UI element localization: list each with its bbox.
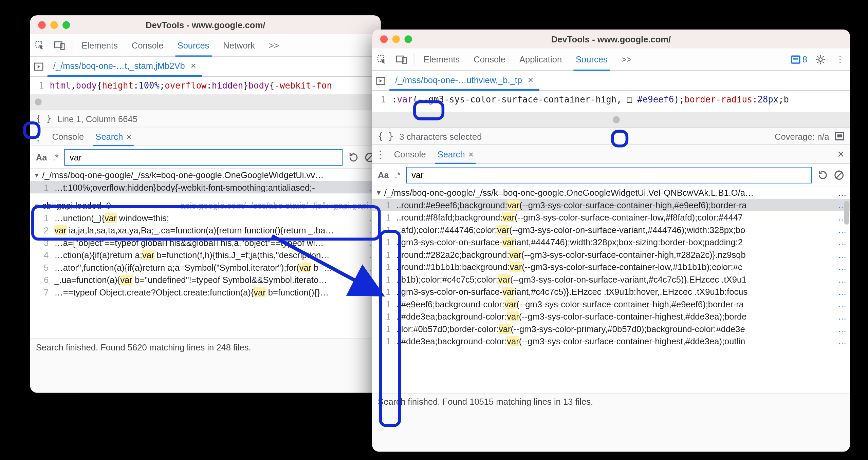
cursor-position: Line 1, Column 6645 <box>57 114 137 124</box>
show-navigator-icon[interactable] <box>372 76 389 85</box>
result-group-header[interactable]: ▼/_/mss/boq-one-google/_/ss/k=boq-one-go… <box>372 186 850 199</box>
traffic-close[interactable] <box>38 21 46 29</box>
annotation-arrow <box>266 224 393 307</box>
minimap-row <box>30 94 381 110</box>
minimap-marker-icon <box>613 116 620 123</box>
result-line[interactable]: 1…unction(_){var window=this;… <box>30 212 381 224</box>
drawer-menu-icon[interactable]: ⋮ <box>372 148 388 160</box>
tab-network[interactable]: Network <box>216 34 262 56</box>
traffic-zoom[interactable] <box>62 21 70 29</box>
code-line[interactable]: html,body{height:100%;overflow:hidden}bo… <box>48 77 381 94</box>
match-case-icon[interactable]: Aa <box>378 170 389 180</box>
file-tab[interactable]: /_/mss/boq-one-…uthview,_b,_tp × <box>389 71 539 90</box>
tabs-overflow[interactable]: >> <box>262 34 286 56</box>
match-case-icon[interactable]: Aa <box>36 152 47 162</box>
coverage-label: Coverage: n/a <box>775 131 829 141</box>
svg-rect-2 <box>61 43 64 49</box>
result-group-header[interactable]: ▼/_/mss/boq-one-google/_/ss/k=boq-one-go… <box>30 169 381 181</box>
drawer-tabs: ⋮ Console Search× × <box>372 145 850 164</box>
close-file-icon[interactable]: × <box>528 75 533 85</box>
search-input[interactable] <box>406 167 812 183</box>
line-number: 1 <box>372 91 389 112</box>
tabs-overflow[interactable]: >> <box>614 49 639 70</box>
drawer-tab-console[interactable]: Console <box>46 127 90 146</box>
tab-console[interactable]: Console <box>125 34 170 56</box>
coverage-icon[interactable] <box>835 132 844 140</box>
search-footer: Search finished. Found 10515 matching li… <box>372 393 850 409</box>
search-bar: Aa .* <box>372 164 850 186</box>
result-line[interactable]: 1..b1b);color:#c4c7c5;color:var(--gm3-sy… <box>372 273 850 286</box>
main-tabs: Elements Console Application Sources >> … <box>372 49 850 71</box>
clear-icon[interactable] <box>834 170 844 180</box>
result-line[interactable]: 1..round:#282a2c;background:var(--gm3-sy… <box>372 248 850 261</box>
close-drawer-icon[interactable]: × <box>837 148 850 161</box>
close-tab-icon[interactable]: × <box>127 132 132 142</box>
messages-icon <box>791 55 800 63</box>
traffic-minimize[interactable] <box>50 21 58 29</box>
regex-icon[interactable]: .* <box>53 152 58 162</box>
result-line[interactable]: 1..#e9eef6;background-color:var(--gm3-sy… <box>372 298 850 310</box>
drawer-tab-search[interactable]: Search× <box>432 145 479 164</box>
tab-sources[interactable]: Sources <box>569 49 615 70</box>
traffic-zoom[interactable] <box>405 35 412 43</box>
messages-badge[interactable]: 8 <box>791 54 807 64</box>
result-line[interactable]: 1..gm3-sys-color-on-surface-variant,#c4c… <box>372 285 850 298</box>
editor-status: 3 characters selected Coverage: n/a <box>372 127 850 145</box>
refresh-icon[interactable] <box>348 152 359 162</box>
search-summary: Search finished. Found 10515 matching li… <box>378 396 593 406</box>
result-line[interactable]: 1..gm3-sys-color-on-surface-variant,#444… <box>372 236 850 248</box>
result-line[interactable]: 1..round:#e9eef6;background:var(--gm3-sy… <box>372 199 850 211</box>
traffic-minimize[interactable] <box>392 35 400 43</box>
tab-elements[interactable]: Elements <box>417 49 467 70</box>
tab-console[interactable]: Console <box>467 49 513 70</box>
drawer-menu-icon[interactable]: ⋮ <box>30 130 47 143</box>
result-line[interactable]: 1..#dde3ea;background-color:var(--gm3-sy… <box>372 310 850 323</box>
result-line[interactable]: 1..round:#f8fafd;background:var(--gm3-sy… <box>372 211 850 224</box>
result-line[interactable]: 1..#dde3ea;background-color:var(--gm3-sy… <box>372 335 850 347</box>
device-toolbar-icon[interactable] <box>50 36 70 55</box>
pretty-print-icon[interactable] <box>378 131 393 141</box>
tab-application[interactable]: Application <box>513 49 569 70</box>
window-title: DevTools - www.google.com/ <box>30 20 381 30</box>
close-tab-icon[interactable]: × <box>468 149 474 159</box>
devtools-window-right: DevTools - www.google.com/ Elements Cons… <box>372 30 850 452</box>
open-file-tabs: /_/mss/boq-one-…uthview,_b,_tp × <box>372 71 850 91</box>
result-line[interactable]: 1..round:#1b1b1b;background:var(--gm3-sy… <box>372 261 850 273</box>
tab-elements[interactable]: Elements <box>75 34 125 56</box>
open-file-tabs: /_/mss/boq-one-…t,_stam,jMb2Vb × <box>30 57 381 77</box>
regex-icon[interactable]: .* <box>395 170 401 180</box>
code-line[interactable]: :var(--gm3-sys-color-surface-container-h… <box>389 91 850 112</box>
file-tab-name: /_/mss/boq-one-…t,_stam,jMb2Vb <box>53 61 185 71</box>
inspect-element-icon[interactable] <box>372 50 392 69</box>
pretty-print-icon[interactable] <box>36 113 52 124</box>
result-line[interactable]: 1..afd);color:#444746;color:var(--gm3-sy… <box>372 224 850 236</box>
window-title: DevTools - www.google.com/ <box>372 34 850 44</box>
search-footer: Search finished. Found 5620 matching lin… <box>30 339 381 355</box>
close-file-icon[interactable]: × <box>191 60 196 71</box>
tab-sources[interactable]: Sources <box>170 34 216 56</box>
device-toolbar-icon[interactable] <box>392 50 411 69</box>
traffic-close[interactable] <box>380 35 388 43</box>
main-tabs: Elements Console Sources Network >> <box>30 34 381 57</box>
search-input[interactable] <box>64 149 343 166</box>
inspect-element-icon[interactable] <box>30 36 50 55</box>
drawer-tab-console[interactable]: Console <box>388 145 432 164</box>
settings-icon[interactable] <box>811 50 830 69</box>
refresh-icon[interactable] <box>818 170 828 180</box>
result-group-header[interactable]: ▼cb=gapi.loaded_0 — apis.google.com/_/sc… <box>30 199 381 212</box>
titlebar[interactable]: DevTools - www.google.com/ <box>30 15 381 34</box>
code-editor[interactable]: 1 :var(--gm3-sys-color-surface-container… <box>372 91 850 112</box>
show-navigator-icon[interactable] <box>30 62 48 71</box>
selection-status: 3 characters selected <box>399 131 482 141</box>
result-line[interactable]: 1..lor:#0b57d0;border-color:var(--gm3-sy… <box>372 323 850 335</box>
minimap-row <box>372 112 850 127</box>
result-line[interactable]: 1…t:100%;overflow:hidden}body{-webkit-fo… <box>30 181 381 194</box>
file-tab[interactable]: /_/mss/boq-one-…t,_stam,jMb2Vb × <box>48 57 202 76</box>
drawer-tab-search[interactable]: Search× <box>90 127 137 146</box>
search-results[interactable]: ▼/_/mss/boq-one-google/_/ss/k=boq-one-go… <box>372 186 850 392</box>
scrollbar[interactable] <box>844 201 849 225</box>
line-number: 1 <box>30 77 48 94</box>
kebab-menu-icon[interactable]: ⋮ <box>830 50 850 69</box>
titlebar[interactable]: DevTools - www.google.com/ <box>372 30 850 49</box>
code-editor[interactable]: 1 html,body{height:100%;overflow:hidden}… <box>30 77 381 94</box>
